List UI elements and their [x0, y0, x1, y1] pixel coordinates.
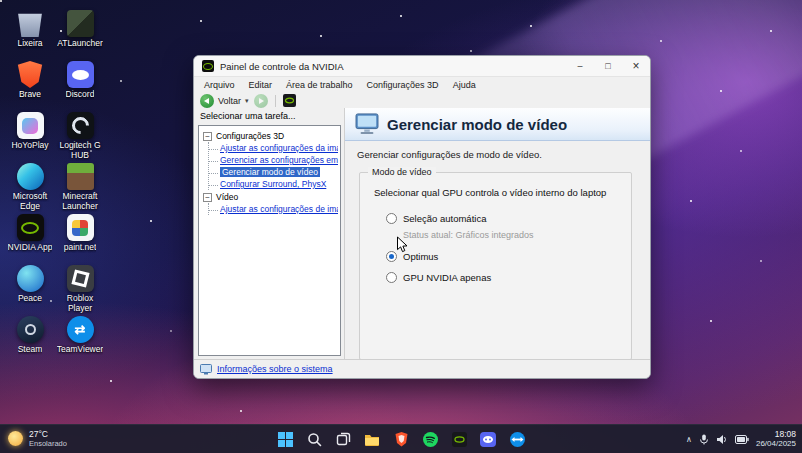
desktop-icon-label: Minecraft Launcher [56, 192, 104, 212]
current-status-text: Status atual: Gráficos integrados [403, 230, 631, 240]
desktop-icon-peace[interactable]: Peace [6, 265, 54, 316]
desktop-icon-steam[interactable]: Steam [6, 316, 54, 367]
window-titlebar[interactable]: Painel de controle da NVIDIA – □ × [194, 56, 650, 77]
brave-taskbar-button[interactable] [390, 428, 412, 450]
task-sidebar: Selecionar uma tarefa... − Configurações… [194, 108, 344, 360]
desktop-icon-label: ATLauncher [57, 39, 103, 49]
search-button[interactable] [303, 428, 325, 450]
tree-item-label: Gerenciar modo de vídeo [220, 167, 320, 177]
collapse-icon[interactable]: − [203, 193, 212, 202]
radio-icon-checked[interactable] [386, 251, 397, 262]
clock-date: 26/04/2025 [756, 439, 796, 449]
desktop-icon-logitech-g-hub[interactable]: Logitech G HUB [56, 112, 104, 163]
desktop-icon-lixeira[interactable]: Lixeira [6, 10, 54, 61]
tree-item-label: Ajustar as configurações da imagem com a… [220, 143, 338, 153]
brave-icon [395, 432, 408, 447]
radio-icon[interactable] [386, 272, 397, 283]
minimize-button[interactable]: – [566, 56, 594, 76]
system-info-link[interactable]: Informações sobre o sistema [217, 364, 333, 374]
system-tray: ∧ 18:08 26/04/2025 [686, 429, 796, 449]
tree-group-label: Configurações 3D [216, 131, 284, 141]
tree-group-header[interactable]: − Configurações 3D [203, 131, 338, 141]
tree-item-ajustar-imagem-video[interactable]: Ajustar as configurações de imagem do ví… [209, 203, 338, 215]
hoyoplay-icon [17, 112, 44, 139]
peace-icon [17, 265, 44, 292]
task-view-button[interactable] [332, 428, 354, 450]
spotify-icon [423, 432, 438, 447]
tray-chevron-up-icon[interactable]: ∧ [686, 435, 692, 444]
window-title: Painel de controle da NVIDIA [220, 61, 566, 72]
gpu-select-prompt: Selecionar qual GPU controla o vídeo int… [374, 187, 631, 198]
menu-ajuda[interactable]: Ajuda [447, 79, 482, 91]
close-button[interactable]: × [622, 56, 650, 76]
speaker-icon[interactable] [716, 434, 728, 445]
radio-icon[interactable] [386, 213, 397, 224]
menu-configuracoes-3d[interactable]: Configurações 3D [361, 79, 445, 91]
menu-area-de-trabalho[interactable]: Área de trabalho [280, 79, 359, 91]
clock-time: 18:08 [775, 429, 796, 439]
toolbar-separator [275, 95, 276, 107]
desktop-icon-roblox-player[interactable]: Roblox Player [56, 265, 104, 316]
tree-item-configurar-surround-physx[interactable]: Configurar Surround, PhysX [209, 178, 338, 190]
desktop-icon-label: Lixeira [17, 39, 42, 49]
tree-item-gerenciar-configuracoes-3d[interactable]: Gerenciar as configurações em 3D [209, 154, 338, 166]
desktop-icon-minecraft-launcher[interactable]: Minecraft Launcher [56, 163, 104, 214]
minecraft-icon [67, 163, 94, 190]
desktop-icon-discord[interactable]: Discord [56, 61, 104, 112]
tree-group-header[interactable]: − Vídeo [203, 192, 338, 202]
desktop-icon-label: Brave [19, 90, 41, 100]
back-dropdown-caret-icon[interactable]: ▾ [245, 97, 249, 105]
menu-arquivo[interactable]: Arquivo [198, 79, 241, 91]
collapse-icon[interactable]: − [203, 132, 212, 141]
stars [0, 0, 2, 2]
desktop-icon-label: HoYoPlay [11, 141, 48, 151]
desktop-icon-label: NVIDIA App [8, 243, 53, 253]
nvidia-app-icon [17, 214, 44, 241]
taskbar-center [274, 428, 528, 450]
discord-taskbar-button[interactable] [477, 428, 499, 450]
tree-item-gerenciar-modo-de-video[interactable]: Gerenciar modo de vídeo [209, 166, 338, 178]
menu-editar[interactable]: Editar [243, 79, 279, 91]
sun-icon [8, 431, 23, 446]
nvidia-app-icon [452, 432, 467, 447]
menu-bar: Arquivo Editar Área de trabalho Configur… [194, 77, 650, 92]
clock[interactable]: 18:08 26/04/2025 [756, 429, 796, 449]
desktop-icon-teamviewer[interactable]: TeamViewer [56, 316, 104, 367]
desktop-icon-brave[interactable]: Brave [6, 61, 54, 112]
file-explorer-icon [364, 433, 380, 446]
file-explorer-button[interactable] [361, 428, 383, 450]
edge-icon [17, 163, 44, 190]
microphone-icon[interactable] [699, 434, 709, 445]
tree-group-video: − Vídeo Ajustar as configurações de imag… [201, 192, 338, 215]
tree-item-ajustar-imagem-visual[interactable]: Ajustar as configurações da imagem com a… [209, 142, 338, 154]
maximize-button[interactable]: □ [594, 56, 622, 76]
start-button[interactable] [274, 428, 296, 450]
page-subtitle: Gerenciar configurações de modo de vídeo… [357, 149, 650, 160]
discord-icon [480, 432, 496, 447]
radio-option-selecao-automatica[interactable]: Seleção automática [386, 212, 631, 225]
tree-group-items: Ajustar as configurações da imagem com a… [208, 142, 338, 190]
teamviewer-taskbar-button[interactable] [506, 428, 528, 450]
brave-icon [17, 61, 44, 88]
desktop-icon-paint-net[interactable]: paint.net [56, 214, 104, 265]
desktop-icon-hoyoplay[interactable]: HoYoPlay [6, 112, 54, 163]
desktop-icon-nvidia-app[interactable]: NVIDIA App [6, 214, 54, 265]
search-icon [307, 432, 322, 447]
radio-option-gpu-nvidia-apenas[interactable]: GPU NVIDIA apenas [386, 271, 631, 284]
back-button-label: Voltar [218, 96, 241, 106]
weather-text: 27°C Ensolarado [29, 430, 67, 448]
home-grid-icon[interactable] [283, 94, 296, 107]
recycle-bin-icon [17, 10, 44, 37]
weather-widget[interactable]: 27°C Ensolarado [8, 430, 67, 448]
desktop-icon-atlauncher[interactable]: ATLauncher [56, 10, 104, 61]
taskbar: 27°C Ensolarado [0, 424, 802, 453]
battery-icon[interactable] [735, 435, 749, 444]
desktop-icon-microsoft-edge[interactable]: Microsoft Edge [6, 163, 54, 214]
spotify-taskbar-button[interactable] [419, 428, 441, 450]
radio-option-optimus[interactable]: Optimus [386, 250, 631, 263]
tree-group-configuracoes-3d: − Configurações 3D Ajustar as configuraç… [201, 131, 338, 190]
back-button[interactable]: Voltar ▾ [200, 94, 249, 108]
nvidia-app-taskbar-button[interactable] [448, 428, 470, 450]
tree-group-label: Vídeo [216, 192, 238, 202]
forward-button[interactable] [254, 94, 268, 108]
